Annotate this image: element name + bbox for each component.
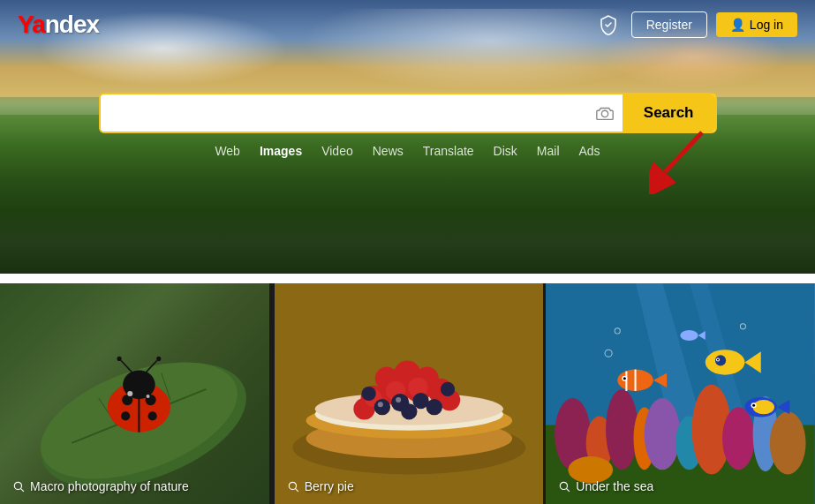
nav-translate[interactable]: Translate <box>423 144 474 158</box>
svg-point-46 <box>426 399 441 415</box>
user-icon: 👤 <box>730 18 745 32</box>
card-pie-label: Berry pie <box>287 479 354 493</box>
svg-point-23 <box>14 482 21 489</box>
search-input[interactable] <box>101 94 587 132</box>
svg-point-43 <box>374 399 389 415</box>
svg-point-67 <box>770 411 806 474</box>
nav-video[interactable]: Video <box>321 144 353 158</box>
nav-news[interactable]: News <box>373 144 404 158</box>
svg-point-0 <box>601 110 607 117</box>
svg-point-50 <box>377 402 382 407</box>
svg-point-52 <box>289 482 296 489</box>
svg-point-51 <box>396 397 401 402</box>
photo-card-ocean[interactable]: Under the sea <box>546 283 815 504</box>
camera-search-button[interactable] <box>587 94 623 132</box>
login-label: Log in <box>750 18 783 32</box>
svg-point-85 <box>681 330 698 341</box>
svg-point-48 <box>441 382 455 396</box>
search-area: Search <box>99 93 717 133</box>
login-button[interactable]: 👤 Log in <box>716 12 797 37</box>
svg-line-24 <box>20 488 24 492</box>
nav-disk[interactable]: Disk <box>494 144 517 158</box>
search-icon <box>12 480 25 493</box>
header-right: Register 👤 Log in <box>594 11 797 39</box>
logo-ya: Ya <box>18 11 45 38</box>
shield-icon[interactable] <box>594 11 623 39</box>
register-button[interactable]: Register <box>631 11 707 38</box>
search-icon <box>558 480 570 493</box>
nav-web[interactable]: Web <box>215 144 240 158</box>
svg-point-49 <box>401 403 417 419</box>
pie-label-text: Berry pie <box>305 479 354 493</box>
header: Yandex Register 👤 Log in <box>0 0 815 49</box>
logo: Yandex <box>18 11 99 39</box>
ocean-label-text: Under the sea <box>576 479 653 493</box>
nav-ads[interactable]: Ads <box>579 144 600 158</box>
svg-line-53 <box>295 488 298 492</box>
search-box: Search <box>99 93 717 133</box>
search-button[interactable]: Search <box>623 94 715 132</box>
svg-point-47 <box>361 387 375 401</box>
svg-point-65 <box>722 407 755 470</box>
nav-images[interactable]: Images <box>260 144 302 158</box>
svg-point-90 <box>561 482 568 489</box>
card-ocean-label: Under the sea <box>558 479 653 493</box>
svg-point-60 <box>606 389 638 470</box>
svg-line-91 <box>567 488 570 492</box>
svg-point-13 <box>122 395 132 405</box>
search-icon <box>287 480 299 493</box>
photo-card-ladybug[interactable]: Macro photography of nature <box>0 283 269 504</box>
svg-point-78 <box>752 404 755 407</box>
svg-point-73 <box>717 358 719 360</box>
forest-layer <box>0 115 815 274</box>
svg-point-84 <box>623 377 626 380</box>
nav-links: Web Images Video News Translate Disk Mai… <box>215 144 600 158</box>
svg-point-22 <box>147 395 150 398</box>
card-ladybug-label: Macro photography of nature <box>12 479 189 493</box>
svg-point-21 <box>127 391 132 396</box>
photo-cards-section: Macro photography of nature <box>0 283 815 504</box>
svg-point-15 <box>121 411 130 420</box>
ladybug-label-text: Macro photography of nature <box>30 479 189 493</box>
photo-card-pie[interactable]: Berry pie <box>275 283 544 504</box>
svg-point-16 <box>148 411 157 420</box>
svg-point-20 <box>156 357 161 361</box>
logo-ndex: ndex <box>45 11 99 38</box>
nav-mail[interactable]: Mail <box>537 144 560 158</box>
svg-point-75 <box>753 400 774 414</box>
svg-point-62 <box>645 398 681 470</box>
svg-point-19 <box>117 357 122 361</box>
